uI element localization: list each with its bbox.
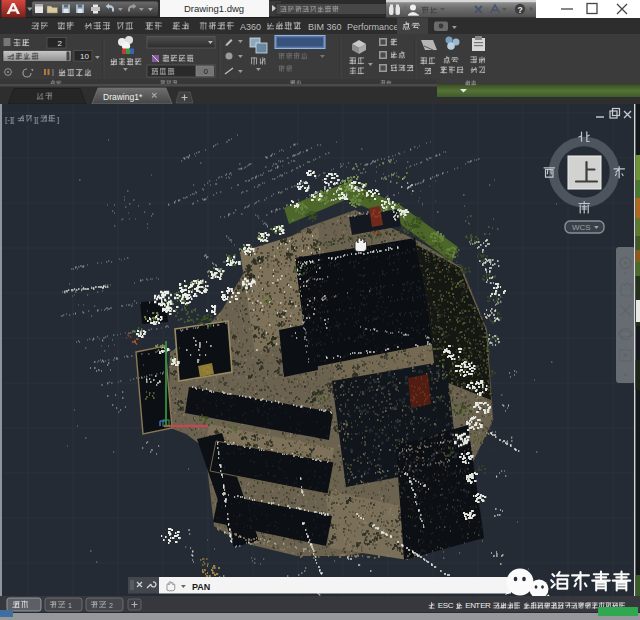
- svg-text:PAN: PAN: [192, 582, 210, 592]
- svg-text:A360: A360: [240, 22, 261, 32]
- svg-text:2: 2: [109, 602, 113, 609]
- svg-text:·: ·: [464, 3, 467, 13]
- svg-text:Performance: Performance: [347, 22, 399, 32]
- svg-text:[-][: [-][: [5, 115, 15, 124]
- svg-text:·: ·: [486, 3, 489, 13]
- svg-text:1: 1: [68, 602, 72, 609]
- svg-text:?: ?: [517, 5, 522, 15]
- svg-text:2: 2: [58, 39, 63, 48]
- svg-text:]: ]: [57, 115, 59, 124]
- svg-text:WCS: WCS: [572, 223, 591, 232]
- svg-text:Drawing1.dwg: Drawing1.dwg: [184, 3, 244, 14]
- svg-text:0: 0: [204, 67, 209, 76]
- svg-text:Drawing1*: Drawing1*: [103, 92, 143, 102]
- svg-text:C: C: [448, 601, 454, 610]
- svg-text:BIM 360: BIM 360: [308, 22, 342, 32]
- svg-text:10: 10: [80, 52, 89, 61]
- svg-text:R: R: [485, 601, 491, 610]
- svg-text:][: ][: [34, 115, 39, 124]
